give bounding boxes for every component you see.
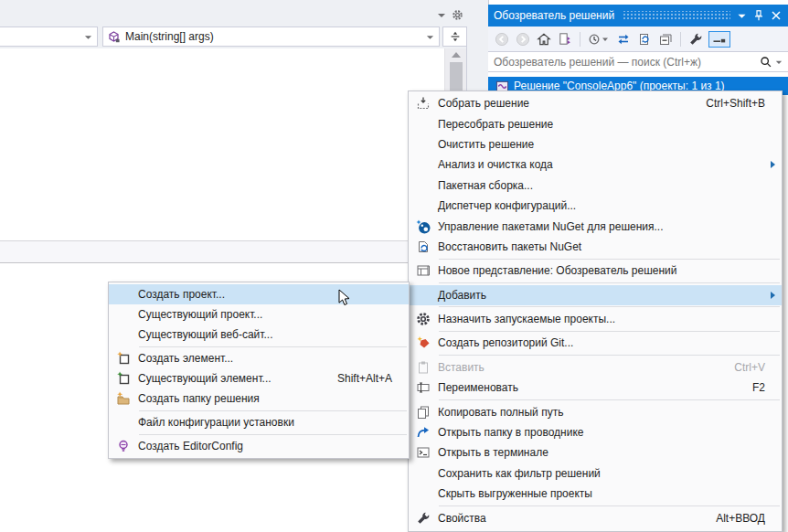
menu-item[interactable]: Пакетная сборка... [409, 176, 782, 196]
new-item-icon [112, 351, 134, 366]
back-icon[interactable] [494, 31, 510, 48]
method-icon [107, 30, 121, 44]
submenu-arrow-icon [771, 292, 775, 299]
menu-item[interactable]: Свойства Alt+ВВОД [409, 507, 782, 527]
preview-selected-items-icon[interactable] [708, 31, 730, 48]
chevron-down-icon[interactable] [437, 11, 446, 20]
existing-item-icon [112, 371, 134, 386]
menu-item-label: Создать папку решения [138, 392, 260, 405]
search-icon[interactable] [760, 56, 772, 69]
search-placeholder: Обозреватель решений — поиск (Ctrl+ж) [494, 56, 701, 69]
menu-item-label: Собрать решение [438, 97, 529, 110]
search-options-caret-icon[interactable] [775, 59, 783, 66]
menu-separator [439, 282, 780, 283]
collapse-all-icon[interactable] [657, 31, 674, 48]
menu-item-label: Сохранить как фильтр решений [438, 467, 601, 480]
solution-explorer-titlebar[interactable]: Обозреватель решений [488, 5, 788, 27]
menu-item-label: Копировать полный путь [438, 406, 563, 419]
menu-item[interactable]: Анализ и очистка кода [409, 154, 782, 175]
menu-item-label: Открыть в терминале [438, 446, 548, 459]
menu-item[interactable]: Файл конфигурации установки [109, 412, 409, 432]
menu-item-label: Существующий элемент... [138, 372, 272, 385]
close-icon[interactable] [772, 11, 781, 20]
menu-item[interactable]: Диспетчер конфигураций... [409, 196, 782, 216]
menu-item[interactable]: Управление пакетами NuGet для решения... [409, 216, 782, 236]
menu-item[interactable]: Создать элемент... [109, 348, 409, 368]
menu-item-label: Диспетчер конфигураций... [438, 199, 576, 212]
new-solution-folder-icon [112, 391, 134, 406]
menu-item[interactable]: Создать EditorConfig [109, 436, 409, 456]
menu-item[interactable]: Переименовать F2 [409, 378, 782, 398]
sync-active-document-icon[interactable] [615, 31, 632, 48]
build-icon [412, 96, 434, 111]
split-editor-icon [449, 30, 462, 43]
refresh-icon[interactable] [636, 31, 653, 48]
menu-item[interactable]: Копировать полный путь [409, 401, 782, 421]
menu-item[interactable]: Существующий веб-сайт... [109, 325, 409, 345]
pane-gap [0, 241, 467, 262]
menu-item[interactable]: Новое представление: Обозреватель решени… [409, 261, 782, 281]
home-icon[interactable] [536, 31, 552, 48]
editor-navigation-bar: Main(string[] args) [0, 27, 467, 49]
menu-item[interactable]: Существующий проект... [109, 304, 409, 325]
nuget-restore-icon [412, 239, 434, 254]
split-editor-button[interactable] [442, 27, 467, 47]
menu-item-label: Переименовать [438, 381, 518, 394]
menu-separator [139, 434, 407, 435]
menu-item[interactable]: Скрыть выгруженные проекты [409, 484, 782, 504]
menu-item-label: Создать элемент... [138, 352, 233, 365]
menu-item-label: Восстановить пакеты NuGet [438, 240, 581, 253]
add-submenu: Создать проект... Существующий проект...… [108, 282, 410, 459]
gear-icon [412, 312, 434, 326]
pin-icon[interactable] [754, 10, 763, 21]
menu-item[interactable]: Создать папку решения [109, 388, 409, 409]
terminal-icon [412, 445, 434, 460]
switch-views-icon[interactable] [557, 31, 573, 48]
code-editor-pane[interactable] [0, 48, 444, 240]
solution-explorer-search[interactable]: Обозреватель решений — поиск (Ctrl+ж) [488, 51, 788, 72]
menu-item[interactable]: Сохранить как фильтр решений [409, 463, 782, 484]
menu-item-label: Файл конфигурации установки [138, 416, 294, 429]
menu-item[interactable]: Вставить Ctrl+V [409, 357, 782, 378]
forward-icon[interactable] [515, 31, 531, 48]
menu-item-label: Анализ и очистка кода [438, 158, 553, 171]
menu-item[interactable]: Открыть папку в проводнике [409, 422, 782, 442]
menu-separator [439, 259, 780, 260]
menu-item[interactable]: Открыть в терминале [409, 442, 782, 463]
menu-item[interactable]: Создать репозиторий Git... [409, 333, 782, 353]
menu-item-label: Существующий проект... [138, 308, 262, 321]
git-new-repo-icon [412, 335, 434, 350]
menu-item-shortcut: Ctrl+Shift+B [706, 97, 765, 110]
nuget-icon [412, 219, 434, 234]
menu-item-label: Скрыть выгруженные проекты [438, 487, 592, 500]
menu-item-label: Новое представление: Обозреватель решени… [438, 264, 676, 277]
menu-item-label: Пересобрать решение [438, 118, 553, 131]
pending-changes-filter-icon[interactable] [587, 31, 611, 48]
menu-item[interactable]: Создать проект... [109, 284, 409, 304]
menu-separator [439, 306, 780, 307]
menu-item[interactable]: Добавить [409, 285, 782, 305]
menu-item[interactable]: Пересобрать решение [409, 113, 782, 133]
editor-top-strip [0, 0, 467, 27]
menu-item[interactable]: Собрать решение Ctrl+Shift+B [409, 93, 782, 113]
menu-item[interactable]: Назначить запускаемые проекты... [409, 309, 782, 329]
scroll-up-arrow-icon[interactable] [452, 52, 461, 58]
window-position-icon[interactable] [738, 12, 746, 20]
menu-item[interactable]: Очистить решение [409, 134, 782, 154]
gear-icon[interactable] [452, 9, 463, 21]
menu-item-label: Назначить запускаемые проекты... [438, 313, 615, 325]
properties-wrench-icon[interactable] [687, 31, 704, 48]
menu-item-label: Создать репозиторий Git... [438, 336, 573, 349]
menu-item[interactable]: Восстановить пакеты NuGet [409, 237, 782, 257]
menu-item-label: Создать проект... [138, 288, 225, 301]
menu-separator [439, 399, 780, 400]
menu-item-label: Свойства [438, 512, 486, 525]
open-folder-icon [412, 425, 434, 440]
menu-item[interactable]: Существующий элемент... Shift+Alt+A [109, 368, 409, 388]
chevron-down-icon [84, 33, 92, 41]
member-dropdown[interactable]: Main(string[] args) [102, 27, 440, 47]
submenu-arrow-icon [771, 161, 775, 168]
mouse-cursor [338, 289, 351, 307]
type-dropdown[interactable] [0, 27, 98, 47]
menu-separator [439, 505, 780, 506]
